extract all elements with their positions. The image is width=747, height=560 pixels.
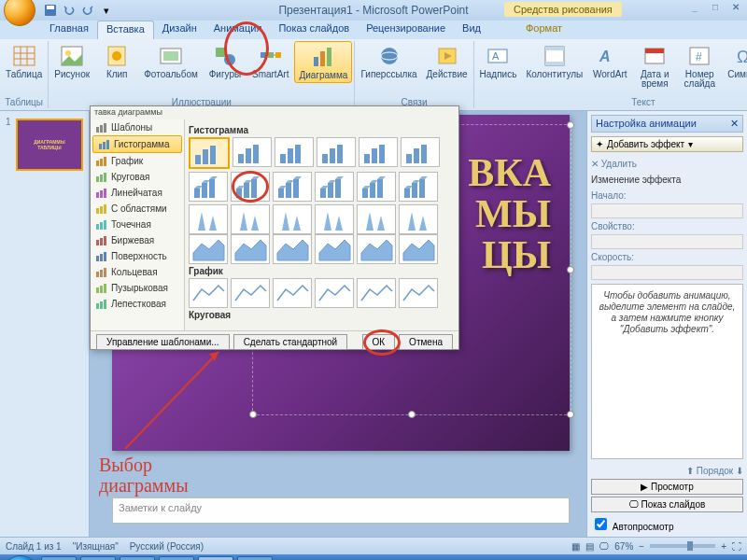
- chart-subtype[interactable]: [231, 234, 270, 264]
- cancel-button[interactable]: Отмена: [399, 334, 453, 350]
- chart-subtype[interactable]: [189, 172, 228, 202]
- chart-category-item[interactable]: Лепестковая: [91, 296, 184, 312]
- remove-effect-button[interactable]: ✕ Удалить: [591, 159, 743, 169]
- notes-pane[interactable]: Заметки к слайду: [112, 497, 570, 524]
- ribbon-рисунок[interactable]: Рисунок: [50, 41, 93, 81]
- chart-category-item[interactable]: Биржевая: [91, 232, 184, 248]
- zoom-in-icon[interactable]: +: [721, 541, 726, 552]
- field-speed-input[interactable]: [591, 265, 743, 280]
- ribbon-таблица[interactable]: Таблица: [2, 41, 46, 81]
- ribbon-диаграмма[interactable]: Диаграмма: [294, 41, 352, 83]
- autopreview-checkbox[interactable]: Автопросмотр: [591, 515, 743, 533]
- chart-subtype[interactable]: [275, 137, 314, 167]
- field-start-input[interactable]: [591, 203, 743, 218]
- tab-view[interactable]: Вид: [454, 21, 489, 39]
- ribbon-клип[interactable]: Клип: [95, 41, 138, 81]
- ribbon-номер-слайда[interactable]: #Номерслайда: [678, 41, 721, 91]
- ribbon-надпись[interactable]: AНадпись: [476, 41, 521, 81]
- chart-subtype[interactable]: [189, 278, 228, 308]
- ribbon-действие[interactable]: Действие: [423, 41, 472, 81]
- tab-home[interactable]: Главная: [41, 21, 97, 39]
- chart-subtype[interactable]: [399, 172, 438, 202]
- chart-subtype[interactable]: [357, 204, 396, 234]
- slide-thumbnail-1[interactable]: ДИАГРАММЫТАБЛИЦЫ: [16, 119, 83, 171]
- maximize-button[interactable]: □: [708, 2, 723, 15]
- zoom-level[interactable]: 67%: [614, 541, 633, 552]
- tab-animation[interactable]: Анимация: [205, 21, 271, 39]
- tab-slideshow[interactable]: Показ слайдов: [270, 21, 358, 39]
- ribbon-фигуры[interactable]: Фигуры: [204, 41, 247, 81]
- taskbar-word[interactable]: W: [237, 556, 273, 560]
- chart-subtype[interactable]: [315, 172, 354, 202]
- ribbon-wordart[interactable]: AWordArt: [588, 41, 631, 81]
- pane-close-icon[interactable]: ✕: [730, 118, 739, 130]
- chart-subtype[interactable]: [315, 278, 354, 308]
- minimize-button[interactable]: _: [687, 2, 702, 15]
- tab-review[interactable]: Рецензирование: [358, 21, 454, 39]
- chart-subtype[interactable]: [273, 278, 312, 308]
- chart-subtype[interactable]: [189, 137, 230, 169]
- chart-subtype[interactable]: [315, 204, 354, 234]
- chart-subtype[interactable]: [401, 137, 440, 167]
- qat-dropdown-icon[interactable]: ▾: [99, 3, 114, 18]
- chart-category-item[interactable]: Кольцевая: [91, 264, 184, 280]
- chart-subtype[interactable]: [189, 204, 228, 234]
- field-property-input[interactable]: [591, 234, 743, 249]
- view-sorter-icon[interactable]: ▤: [585, 541, 594, 552]
- chart-category-item[interactable]: Поверхность: [91, 248, 184, 264]
- chart-subtype[interactable]: [231, 204, 270, 234]
- save-icon[interactable]: [43, 3, 58, 18]
- chart-category-item[interactable]: Шаблоны: [91, 119, 184, 135]
- chart-category-item[interactable]: Круговая: [91, 169, 184, 185]
- chart-subtype[interactable]: [357, 172, 396, 202]
- ribbon-фотоальбом[interactable]: Фотоальбом: [140, 41, 202, 81]
- chart-category-item[interactable]: Точечная: [91, 217, 184, 232]
- chart-subtype[interactable]: [359, 137, 398, 167]
- chart-subtype[interactable]: [399, 234, 438, 264]
- tab-format[interactable]: Формат: [517, 21, 571, 39]
- fit-window-icon[interactable]: ⛶: [732, 541, 741, 552]
- zoom-slider[interactable]: [650, 544, 715, 548]
- chart-subtype[interactable]: [273, 234, 312, 264]
- view-normal-icon[interactable]: ▦: [571, 541, 580, 552]
- chart-category-item[interactable]: График: [91, 153, 184, 169]
- ribbon-колонтитулы[interactable]: Колонтитулы: [522, 41, 586, 81]
- taskbar-firefox[interactable]: 🦊: [120, 556, 155, 560]
- chart-subtype[interactable]: [231, 278, 270, 308]
- add-effect-button[interactable]: ✦Добавить эффект ▾: [591, 136, 743, 152]
- close-button[interactable]: ✕: [728, 2, 743, 15]
- ribbon-гиперссылка[interactable]: Гиперссылка: [357, 41, 420, 81]
- chart-subtype[interactable]: [399, 278, 438, 308]
- chart-category-item[interactable]: Пузырьковая: [91, 280, 184, 296]
- chart-subtype[interactable]: [357, 278, 396, 308]
- undo-icon[interactable]: [62, 3, 77, 18]
- chart-subtype[interactable]: [231, 172, 270, 202]
- start-button[interactable]: [4, 555, 37, 560]
- taskbar-folder[interactable]: 📂: [80, 556, 116, 560]
- chart-subtype[interactable]: [273, 204, 312, 234]
- redo-icon[interactable]: [80, 3, 95, 18]
- chart-subtype[interactable]: [399, 204, 438, 234]
- chart-category-item[interactable]: С областями: [91, 201, 184, 217]
- chart-subtype[interactable]: [317, 137, 356, 167]
- chart-subtype[interactable]: [233, 137, 272, 167]
- ribbon-дата-и-время[interactable]: Дата ивремя: [633, 41, 676, 91]
- taskbar-powerpoint[interactable]: P: [198, 556, 233, 560]
- chart-category-item[interactable]: Линейчатая: [91, 185, 184, 201]
- tab-insert[interactable]: Вставка: [97, 21, 154, 39]
- preview-button[interactable]: ▶ Просмотр: [591, 479, 743, 495]
- chart-subtype[interactable]: [189, 234, 228, 264]
- ok-button[interactable]: ОК: [362, 334, 396, 350]
- ribbon-символ[interactable]: ΩСимвол: [723, 41, 747, 81]
- chart-subtype[interactable]: [315, 234, 354, 264]
- zoom-out-icon[interactable]: −: [639, 541, 644, 552]
- view-slideshow-icon[interactable]: 🖵: [599, 541, 609, 552]
- taskbar-explorer[interactable]: 📁: [41, 556, 77, 560]
- make-default-button[interactable]: Сделать стандартной: [233, 334, 348, 350]
- tab-design[interactable]: Дизайн: [154, 21, 205, 39]
- chart-category-item[interactable]: Гистограмма: [92, 135, 182, 153]
- chart-subtype[interactable]: [273, 172, 312, 202]
- taskbar-app1[interactable]: ◉: [159, 556, 194, 560]
- ribbon-smartart[interactable]: SmartArt: [248, 41, 292, 81]
- slideshow-button[interactable]: 🖵 Показ слайдов: [591, 497, 743, 512]
